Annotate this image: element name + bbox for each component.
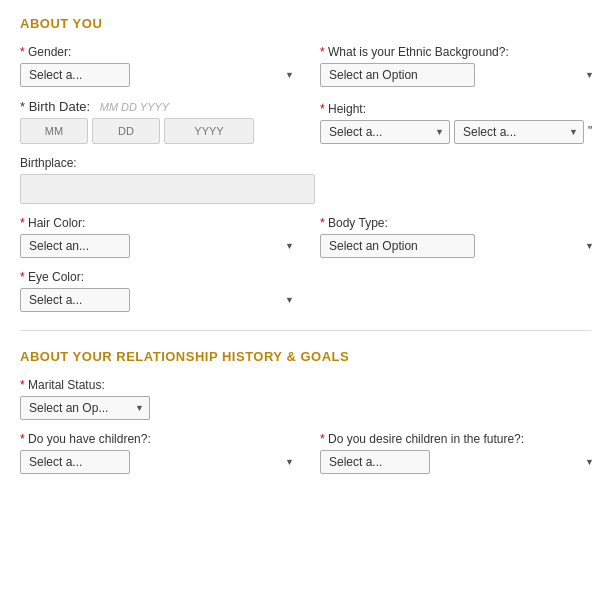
have-children-label: * Do you have children?:: [20, 432, 300, 446]
children-row: * Do you have children?: Select a... * D…: [20, 432, 591, 474]
have-children-required-star: *: [20, 432, 28, 446]
birthplace-row: Birthplace:: [20, 156, 591, 204]
birth-date-inputs: [20, 118, 300, 144]
body-type-select[interactable]: Select an Option: [320, 234, 475, 258]
height-in-select[interactable]: Select a...: [454, 120, 584, 144]
marital-required-star: *: [20, 378, 28, 392]
relationship-title: ABOUT YOUR RELATIONSHIP HISTORY & GOALS: [20, 349, 591, 364]
ethnic-background-select[interactable]: Select an Option: [320, 63, 475, 87]
body-required-star: *: [320, 216, 328, 230]
relationship-section: ABOUT YOUR RELATIONSHIP HISTORY & GOALS …: [20, 349, 591, 474]
about-you-title: ABOUT YOU: [20, 16, 591, 31]
birthplace-input[interactable]: [20, 174, 315, 204]
eye-required-star: *: [20, 270, 28, 284]
birth-month-input[interactable]: [20, 118, 88, 144]
gender-select-wrapper: Select a...: [20, 63, 300, 87]
birth-date-placeholder-hint: MM DD YYYY: [100, 101, 169, 113]
desire-children-group: * Do you desire children in the future?:…: [320, 432, 600, 474]
have-children-group: * Do you have children?: Select a...: [20, 432, 300, 474]
eye-color-select-wrapper: Select a...: [20, 288, 300, 312]
eye-color-select[interactable]: Select a...: [20, 288, 130, 312]
hair-body-row: * Hair Color: Select an... * Body Type: …: [20, 216, 591, 258]
hair-color-select-wrapper: Select an...: [20, 234, 300, 258]
birthplace-label: Birthplace:: [20, 156, 315, 170]
ethnic-background-group: * What is your Ethnic Background?: Selec…: [320, 45, 600, 87]
height-inputs-row: Select a... Select a... ": [320, 120, 600, 144]
ethnic-required-star: *: [320, 45, 328, 59]
hair-color-select[interactable]: Select an...: [20, 234, 130, 258]
birth-day-input[interactable]: [92, 118, 160, 144]
have-children-select-wrapper: Select a...: [20, 450, 300, 474]
desire-children-select[interactable]: Select a...: [320, 450, 430, 474]
desire-children-select-wrapper: Select a...: [320, 450, 600, 474]
birth-year-input[interactable]: [164, 118, 254, 144]
ethnic-background-label: * What is your Ethnic Background?:: [320, 45, 600, 59]
birth-date-label: * Birth Date: MM DD YYYY: [20, 99, 300, 114]
gender-group: * Gender: Select a...: [20, 45, 300, 87]
birthplace-group: Birthplace:: [20, 156, 315, 204]
marital-status-label: * Marital Status:: [20, 378, 150, 392]
gender-select[interactable]: Select a...: [20, 63, 130, 87]
gender-label: * Gender:: [20, 45, 300, 59]
eye-color-row: * Eye Color: Select a...: [20, 270, 591, 312]
gender-required-star: *: [20, 45, 28, 59]
marital-status-group: * Marital Status: Select an Op...: [20, 378, 150, 420]
eye-color-group: * Eye Color: Select a...: [20, 270, 300, 312]
birthdate-height-row: * Birth Date: MM DD YYYY * Height: Selec…: [20, 99, 591, 144]
gender-ethnic-row: * Gender: Select a... * What is your Eth…: [20, 45, 591, 87]
body-type-label: * Body Type:: [320, 216, 600, 230]
hair-color-label: * Hair Color:: [20, 216, 300, 230]
height-in-select-wrapper: Select a...: [454, 120, 584, 144]
marital-status-select[interactable]: Select an Op...: [20, 396, 150, 420]
height-ft-select[interactable]: Select a...: [320, 120, 450, 144]
desire-children-label: * Do you desire children in the future?:: [320, 432, 600, 446]
desire-children-required-star: *: [320, 432, 328, 446]
birthdate-required-star: *: [20, 99, 29, 114]
ethnic-select-wrapper: Select an Option: [320, 63, 600, 87]
marital-status-row: * Marital Status: Select an Op...: [20, 378, 591, 420]
eye-color-label: * Eye Color:: [20, 270, 300, 284]
inch-symbol: ": [588, 124, 592, 138]
have-children-select[interactable]: Select a...: [20, 450, 130, 474]
height-required-star: *: [320, 102, 328, 116]
marital-status-select-wrapper: Select an Op...: [20, 396, 150, 420]
height-ft-select-wrapper: Select a...: [320, 120, 450, 144]
height-group: * Height: Select a... Select a... ": [320, 102, 600, 144]
body-type-select-wrapper: Select an Option: [320, 234, 600, 258]
hair-color-group: * Hair Color: Select an...: [20, 216, 300, 258]
section-divider: [20, 330, 591, 331]
about-you-section: ABOUT YOU * Gender: Select a... * What i…: [20, 16, 591, 312]
hair-required-star: *: [20, 216, 28, 230]
height-label: * Height:: [320, 102, 600, 116]
body-type-group: * Body Type: Select an Option: [320, 216, 600, 258]
birth-date-group: * Birth Date: MM DD YYYY: [20, 99, 300, 144]
